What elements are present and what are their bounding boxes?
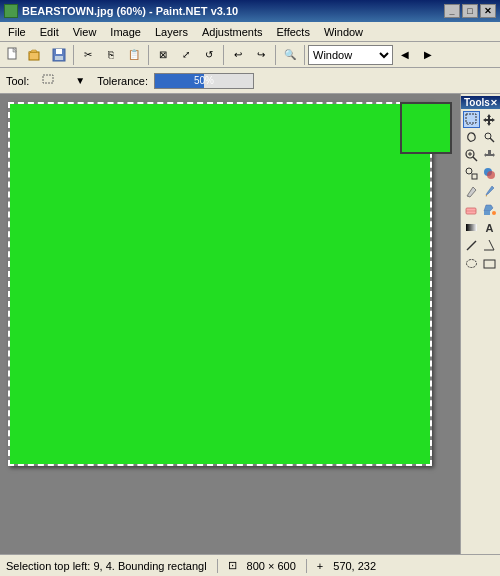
tools-panel: Tools ✕ xyxy=(460,94,500,554)
tolerance-value: 50% xyxy=(155,74,253,88)
tolerance-slider[interactable]: 50% xyxy=(154,73,254,89)
minimize-button[interactable]: _ xyxy=(444,4,460,18)
canvas xyxy=(10,104,430,464)
toolbar-extra-2[interactable]: ▶ xyxy=(417,44,439,66)
redo-button[interactable]: ↪ xyxy=(250,44,272,66)
tool-line[interactable] xyxy=(463,237,480,254)
toolbar-sep-3 xyxy=(223,45,224,65)
tool-lasso[interactable] xyxy=(463,129,480,146)
crop-button[interactable]: ⊠ xyxy=(152,44,174,66)
position-icon: + xyxy=(317,560,323,572)
tool-text[interactable]: A xyxy=(481,219,498,236)
menu-effects[interactable]: Effects xyxy=(271,24,316,40)
status-separator xyxy=(217,559,218,573)
svg-rect-6 xyxy=(466,114,476,123)
status-separator-2 xyxy=(306,559,307,573)
svg-rect-4 xyxy=(55,56,63,60)
copy-button[interactable]: ⎘ xyxy=(100,44,122,66)
svg-point-18 xyxy=(487,171,495,179)
zoom-out-button[interactable]: 🔍 xyxy=(279,44,301,66)
window-dropdown[interactable]: Window Fit to Screen Actual Size xyxy=(308,45,393,65)
tolerance-label: Tolerance: xyxy=(97,75,148,87)
tool-pan[interactable] xyxy=(481,147,498,164)
close-button[interactable]: ✕ xyxy=(480,4,496,18)
dimensions-icon: ⊡ xyxy=(228,559,237,572)
toolbar-sep-5 xyxy=(304,45,305,65)
canvas-area[interactable] xyxy=(0,94,460,554)
tool-pencil[interactable] xyxy=(463,183,480,200)
toolbar-sep-2 xyxy=(148,45,149,65)
menu-bar: File Edit View Image Layers Adjustments … xyxy=(0,22,500,42)
tools-panel-title: Tools ✕ xyxy=(461,96,500,109)
tools-panel-close[interactable]: ✕ xyxy=(490,98,498,108)
title-bar-controls[interactable]: _ □ ✕ xyxy=(444,4,496,18)
canvas-dimensions: 800 × 600 xyxy=(247,560,296,572)
tools-grid: A xyxy=(461,109,500,274)
tools-panel-label: Tools xyxy=(464,97,490,108)
svg-rect-5 xyxy=(43,75,53,83)
save-button[interactable] xyxy=(48,44,70,66)
menu-window[interactable]: Window xyxy=(318,24,369,40)
tool-options-bar: Tool: ▼ Tolerance: 50% xyxy=(0,68,500,94)
tool-zoom[interactable] xyxy=(463,147,480,164)
thumbnail-preview xyxy=(400,102,452,154)
tool-rectangle-shape[interactable] xyxy=(481,255,498,272)
svg-rect-3 xyxy=(56,49,62,54)
title-bar: BEARSTOWN.jpg (60%) - Paint.NET v3.10 _ … xyxy=(0,0,500,22)
menu-file[interactable]: File xyxy=(2,24,32,40)
app-icon xyxy=(4,4,18,18)
svg-line-10 xyxy=(490,138,494,142)
cursor-position: 570, 232 xyxy=(333,560,376,572)
toolbar-sep-4 xyxy=(275,45,276,65)
canvas-container xyxy=(8,102,432,466)
paste-button[interactable]: 📋 xyxy=(123,44,145,66)
undo-button[interactable]: ↩ xyxy=(227,44,249,66)
tool-move[interactable] xyxy=(481,111,498,128)
menu-layers[interactable]: Layers xyxy=(149,24,194,40)
toolbar-extra-1[interactable]: ◀ xyxy=(394,44,416,66)
tool-eraser[interactable] xyxy=(463,201,480,218)
tool-recolor[interactable] xyxy=(481,165,498,182)
title-bar-left: BEARSTOWN.jpg (60%) - Paint.NET v3.10 xyxy=(4,4,238,18)
tool-magic-wand[interactable] xyxy=(481,129,498,146)
tool-label: Tool: xyxy=(6,75,29,87)
tool-shapes[interactable] xyxy=(481,237,498,254)
tool-paint-bucket[interactable] xyxy=(481,201,498,218)
tool-rectangle-select[interactable] xyxy=(463,111,480,128)
tool-dropdown-btn[interactable]: ▼ xyxy=(69,70,91,92)
new-button[interactable] xyxy=(2,44,24,66)
menu-image[interactable]: Image xyxy=(104,24,147,40)
svg-rect-16 xyxy=(472,174,477,179)
menu-adjustments[interactable]: Adjustments xyxy=(196,24,269,40)
open-button[interactable] xyxy=(25,44,47,66)
toolbar-sep-1 xyxy=(73,45,74,65)
text-icon-label: A xyxy=(486,222,494,234)
svg-rect-25 xyxy=(484,260,495,268)
main-area: Tools ✕ xyxy=(0,94,500,554)
svg-rect-22 xyxy=(466,224,477,231)
menu-edit[interactable]: Edit xyxy=(34,24,65,40)
tool-ellipse-select[interactable] xyxy=(463,255,480,272)
tool-clone-stamp[interactable] xyxy=(463,165,480,182)
svg-point-21 xyxy=(492,211,496,215)
window-title: BEARSTOWN.jpg (60%) - Paint.NET v3.10 xyxy=(22,5,238,17)
tool-gradient[interactable] xyxy=(463,219,480,236)
svg-rect-1 xyxy=(29,52,39,60)
svg-point-15 xyxy=(466,168,472,174)
rotate-button[interactable]: ↺ xyxy=(198,44,220,66)
tool-paintbrush[interactable] xyxy=(481,183,498,200)
selection-info: Selection top left: 9, 4. Bounding recta… xyxy=(6,560,207,572)
maximize-button[interactable]: □ xyxy=(462,4,478,18)
menu-view[interactable]: View xyxy=(67,24,103,40)
svg-line-12 xyxy=(473,157,477,161)
current-tool-btn[interactable] xyxy=(35,70,63,92)
toolbar: ✂ ⎘ 📋 ⊠ ⤢ ↺ ↩ ↪ 🔍 Window Fit to Screen A… xyxy=(0,42,500,68)
resize-button[interactable]: ⤢ xyxy=(175,44,197,66)
svg-line-23 xyxy=(467,241,476,250)
status-bar: Selection top left: 9, 4. Bounding recta… xyxy=(0,554,500,576)
svg-point-24 xyxy=(467,260,477,268)
cut-button[interactable]: ✂ xyxy=(77,44,99,66)
